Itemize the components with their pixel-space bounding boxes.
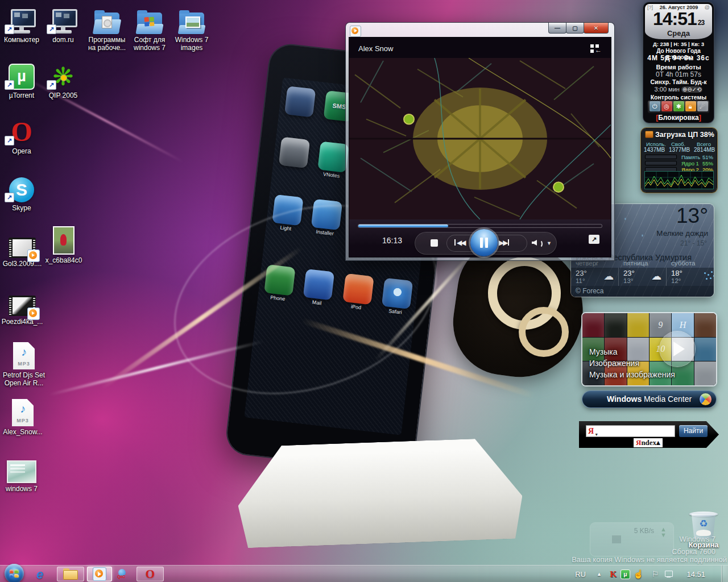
sync-tabs[interactable]: Синхр. Тайм. Буд-к	[644, 78, 713, 85]
lock-label[interactable]: Блокировка	[658, 114, 699, 122]
taskbar-opera-button[interactable]: O	[136, 567, 164, 581]
previous-button[interactable]: ◀◀	[453, 239, 465, 247]
clock-weekday: Среда	[645, 29, 712, 38]
yandex-search-gadget[interactable]: Я ▼ Найти Яndex▴	[579, 421, 719, 448]
action-center-flag-icon[interactable]: ⚐	[651, 566, 659, 582]
genuine-nag-text: Ваша копия Windows не является подлинной	[557, 555, 727, 564]
forecast-day: пятница 23° 13° ☁	[618, 268, 666, 286]
wmp-logo-icon	[350, 26, 361, 37]
shortcut-arrow-icon: ↗	[5, 24, 14, 34]
weather-range: 21° - 15°	[680, 239, 707, 247]
icon-label: dom.ru	[43, 36, 83, 44]
clock-gadget[interactable]: [?] 26. Август 2009 @ 14:5123 Среда Д: 2…	[643, 2, 714, 123]
minimize-button[interactable]: —	[548, 23, 566, 34]
shortcut-arrow-icon: ↗	[47, 24, 56, 34]
cpu-row-label: Память	[681, 154, 700, 160]
fullscreen-button[interactable]: ↗	[589, 235, 599, 244]
recycle-bin-label: Корзина	[682, 541, 725, 549]
shutdown-icon[interactable]: ◎	[661, 101, 672, 111]
desktop-icon-skype[interactable]: S↗ Skype	[1, 173, 42, 212]
countdown-value: 4М 5Д 9ч 8м 36с	[644, 54, 713, 62]
play-badge-icon	[27, 250, 40, 262]
desktop-icon-images-folder[interactable]: Windows 7 images	[172, 5, 212, 52]
sleep-icon[interactable]: ☄	[697, 101, 708, 111]
shortcut-arrow-icon: ↗	[5, 80, 14, 90]
mc-title-rest: Media Center	[642, 394, 692, 404]
desktop-icon-soft-folder[interactable]: Софт для windows 7	[129, 5, 171, 52]
seek-bar[interactable]	[358, 225, 602, 227]
forecast-day: четверг 23° 11° ☁	[571, 268, 618, 286]
cpu-gadget[interactable]: Загрузка ЦП 38% Исполь. Своб. Всего 1437…	[642, 128, 717, 192]
mc-menu-music-pictures[interactable]: Музыка и изображения	[589, 369, 675, 380]
folder-icon	[136, 11, 163, 34]
media-center-gadget[interactable]: 9 H 10 Музыка Изображения Музыка и изобр…	[582, 313, 716, 385]
weather-temp: 13°	[676, 204, 708, 228]
desktop-icon-video-gol3[interactable]: Gol3.2009....	[1, 228, 43, 268]
search-input[interactable]: Я ▼	[586, 425, 675, 437]
switch-to-library-icon[interactable]: ←	[589, 44, 602, 53]
media-player-window[interactable]: — ▢ ✕ Alex Snow ←	[346, 23, 614, 260]
taskbar-ie-icon[interactable]: e	[36, 567, 43, 582]
icon-label: windows 7	[1, 485, 42, 493]
player-controls-bar: 16:13 ◀◀ ▶▶ ▼ ↗	[349, 219, 611, 257]
language-indicator[interactable]: RU	[575, 566, 586, 582]
tray-expand-icon[interactable]: ▲	[597, 566, 602, 582]
qip-status-tray-icon[interactable]: ☝	[633, 566, 644, 582]
close-button[interactable]: ✕	[584, 23, 609, 34]
uptime-label: Время работы	[644, 64, 713, 70]
next-button[interactable]: ▶▶	[499, 239, 510, 247]
stop-button[interactable]	[431, 239, 438, 247]
tray-clock[interactable]: 14:51	[686, 566, 705, 582]
maximize-button[interactable]: ▢	[566, 23, 584, 34]
shortcut-arrow-icon: ↗	[5, 136, 14, 146]
desktop-icon-programs-folder[interactable]: Программы на рабоче...	[84, 5, 130, 52]
desktop-icon-photo[interactable]: x_c6ba84c0	[43, 225, 84, 264]
kaspersky-tray-icon[interactable]: K	[610, 566, 617, 582]
network-speed: 5 KB/s	[634, 527, 654, 535]
desktop-icon-windows7-image[interactable]: windows 7	[1, 454, 42, 493]
mc-menu-music[interactable]: Музыка	[589, 346, 675, 357]
network-tray-icon[interactable]	[665, 566, 673, 582]
desktop-icon-qip[interactable]: ❋↗ QIP 2005	[43, 60, 83, 99]
cpu-percent: 38%	[700, 131, 714, 139]
utorrent-tray-icon[interactable]: µ	[621, 566, 630, 582]
desktop-icon-mp3-petrof[interactable]: ♪MP3 Petrof Djs Set Open Air R...	[0, 340, 48, 387]
volume-icon[interactable]	[532, 238, 542, 247]
system-control-label: Контроль системы	[644, 94, 713, 101]
taskbar-wmp-button[interactable]	[87, 567, 112, 581]
cpu-col-value: 1377MB	[669, 147, 690, 153]
mp3-file-icon: ♪MP3	[13, 342, 35, 369]
yandex-logo-icon: Я	[588, 427, 594, 436]
show-desktop-button[interactable]	[721, 566, 728, 582]
cpu-col-value: 1437MB	[644, 147, 665, 153]
power-icon[interactable]: ⏻	[650, 101, 660, 111]
network-speed-gadget[interactable]: 5 KB/s ▲▼	[590, 523, 673, 556]
weather-condition: Мелкие дожди	[656, 229, 708, 238]
taskbar: e QIC O RU ▲ K µ ☝ ⚐ 14:51	[0, 565, 728, 582]
search-button[interactable]: Найти	[679, 425, 708, 437]
start-button[interactable]	[5, 564, 24, 582]
volume-caret-icon[interactable]: ▼	[547, 240, 552, 246]
dropdown-caret-icon[interactable]: ▼	[594, 433, 598, 436]
explorer-folder-icon	[63, 568, 78, 580]
desktop-icon-domru[interactable]: ↗ dom.ru	[43, 5, 83, 44]
icon-label: Компьютер	[1, 36, 42, 44]
timer-control-icons[interactable]: ⊕⊖✓⟲	[681, 86, 703, 93]
desktop-icon-computer[interactable]: ↗ Компьютер	[1, 5, 42, 44]
mc-menu-pictures[interactable]: Изображения	[589, 357, 675, 369]
media-center-launch-bar[interactable]: Windows Media Center	[582, 391, 716, 408]
desktop-icon-opera[interactable]: O↗ Opera	[1, 116, 42, 155]
desktop-icon-utorrent[interactable]: µ↗ µTorrent	[1, 60, 42, 99]
desktop-icon-mp3-alexsnow[interactable]: ♪MP3 Alex_Snow...	[1, 397, 44, 436]
icon-label: Windows 7 images	[172, 36, 212, 52]
pause-button[interactable]	[470, 229, 498, 256]
lock-icon[interactable]: 🔒︎	[685, 101, 696, 111]
taskbar-explorer-button[interactable]	[57, 567, 84, 581]
transport-controls: ◀◀ ▶▶ ▼	[415, 232, 557, 255]
icon-label: Софт для windows 7	[129, 36, 171, 52]
restart-icon[interactable]: ✱	[673, 101, 684, 111]
desktop-icon-video-poezdi4ka[interactable]: Poezdi4ka_...	[1, 286, 43, 326]
cpu-title: Загрузка ЦП	[655, 131, 698, 139]
taskbar-qip-icon[interactable]: QIC	[117, 569, 127, 579]
cloud-icon: ☁	[603, 270, 614, 282]
